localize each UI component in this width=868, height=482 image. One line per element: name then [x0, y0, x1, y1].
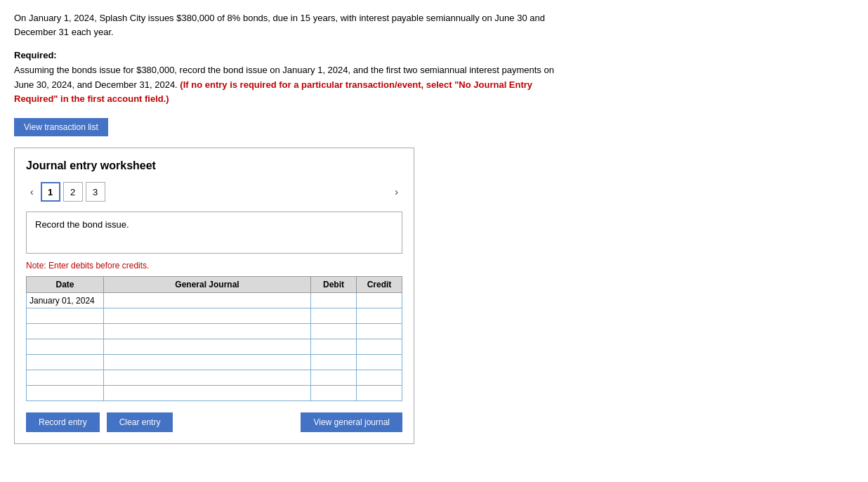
required-label: Required: — [14, 50, 57, 60]
credit-cell-4[interactable] — [357, 355, 402, 370]
date-cell-4[interactable] — [27, 355, 104, 370]
debit-input-5[interactable] — [314, 370, 353, 385]
debit-input-0[interactable] — [314, 293, 353, 308]
journal-input-2[interactable] — [107, 324, 308, 339]
journal-cell-4[interactable] — [104, 355, 311, 370]
table-row: January 01, 2024 — [27, 293, 402, 308]
credit-cell-3[interactable] — [357, 339, 402, 355]
col-header-credit: Credit — [357, 277, 402, 293]
journal-input-0[interactable] — [107, 293, 308, 308]
date-cell-2[interactable] — [27, 324, 104, 339]
table-row — [27, 308, 402, 324]
instruction-box: Record the bond issue. — [26, 211, 402, 254]
journal-cell-3[interactable] — [104, 339, 311, 355]
worksheet-title: Journal entry worksheet — [26, 159, 402, 172]
tab-3[interactable]: 3 — [86, 182, 105, 202]
debit-cell-2[interactable] — [311, 324, 357, 339]
record-entry-button[interactable]: Record entry — [26, 412, 100, 432]
debit-cell-3[interactable] — [311, 339, 357, 355]
credit-cell-2[interactable] — [357, 324, 402, 339]
debit-input-2[interactable] — [314, 324, 353, 339]
credit-input-4[interactable] — [360, 355, 399, 370]
view-general-journal-button[interactable]: View general journal — [301, 412, 402, 432]
credit-input-1[interactable] — [360, 308, 399, 323]
note-text: Note: Enter debits before credits. — [26, 261, 402, 271]
credit-input-5[interactable] — [360, 370, 399, 385]
debit-input-1[interactable] — [314, 308, 353, 323]
date-input-6[interactable] — [29, 386, 100, 400]
journal-input-5[interactable] — [107, 370, 308, 385]
journal-input-1[interactable] — [107, 308, 308, 323]
journal-input-6[interactable] — [107, 386, 308, 400]
col-header-debit: Debit — [311, 277, 357, 293]
date-input-3[interactable] — [29, 339, 100, 354]
journal-input-4[interactable] — [107, 355, 308, 370]
intro-paragraph: On January 1, 2024, Splash City issues $… — [14, 11, 576, 39]
journal-input-3[interactable] — [107, 339, 308, 354]
date-input-2[interactable] — [29, 324, 100, 339]
view-transaction-button[interactable]: View transaction list — [14, 118, 108, 136]
debit-cell-5[interactable] — [311, 370, 357, 386]
col-header-date: Date — [27, 277, 104, 293]
table-row — [27, 370, 402, 386]
debit-input-4[interactable] — [314, 355, 353, 370]
date-cell-5[interactable] — [27, 370, 104, 386]
credit-cell-0[interactable] — [357, 293, 402, 308]
credit-input-6[interactable] — [360, 386, 399, 400]
tab-prev-arrow[interactable]: ‹ — [26, 185, 38, 199]
required-section: Required: Assuming the bonds issue for $… — [14, 48, 576, 107]
credit-cell-1[interactable] — [357, 308, 402, 324]
debit-input-6[interactable] — [314, 386, 353, 400]
debit-input-3[interactable] — [314, 339, 353, 354]
credit-cell-5[interactable] — [357, 370, 402, 386]
journal-cell-1[interactable] — [104, 308, 311, 324]
worksheet-container: Journal entry worksheet ‹ 1 2 3 › Record… — [14, 148, 414, 444]
debit-cell-4[interactable] — [311, 355, 357, 370]
journal-cell-2[interactable] — [104, 324, 311, 339]
date-cell-0: January 01, 2024 — [27, 293, 104, 308]
journal-table: Date General Journal Debit Credit Januar… — [26, 276, 402, 401]
date-input-4[interactable] — [29, 355, 100, 370]
table-row — [27, 324, 402, 339]
table-row — [27, 386, 402, 401]
date-cell-3[interactable] — [27, 339, 104, 355]
date-input-5[interactable] — [29, 370, 100, 385]
debit-cell-6[interactable] — [311, 386, 357, 401]
journal-cell-6[interactable] — [104, 386, 311, 401]
credit-cell-6[interactable] — [357, 386, 402, 401]
table-row — [27, 339, 402, 355]
clear-entry-button[interactable]: Clear entry — [107, 412, 173, 432]
journal-cell-5[interactable] — [104, 370, 311, 386]
tab-1[interactable]: 1 — [41, 182, 60, 202]
credit-input-2[interactable] — [360, 324, 399, 339]
col-header-journal: General Journal — [104, 277, 311, 293]
date-input-1[interactable] — [29, 308, 100, 323]
credit-input-0[interactable] — [360, 293, 399, 308]
table-row — [27, 355, 402, 370]
date-cell-1[interactable] — [27, 308, 104, 324]
tab-navigation: ‹ 1 2 3 › — [26, 182, 402, 202]
tab-2[interactable]: 2 — [63, 182, 83, 202]
debit-cell-0[interactable] — [311, 293, 357, 308]
debit-cell-1[interactable] — [311, 308, 357, 324]
button-row: Record entry Clear entry View general jo… — [26, 412, 402, 432]
credit-input-3[interactable] — [360, 339, 399, 354]
journal-cell-0[interactable] — [104, 293, 311, 308]
instruction-text: Record the bond issue. — [35, 219, 129, 230]
date-cell-6[interactable] — [27, 386, 104, 401]
tab-next-arrow[interactable]: › — [390, 185, 402, 199]
